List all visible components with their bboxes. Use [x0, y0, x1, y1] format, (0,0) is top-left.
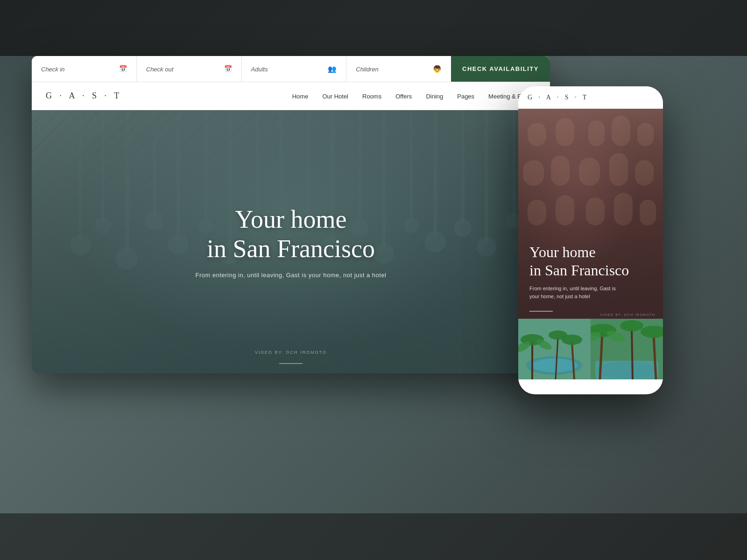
- bg-bottom-bar: [0, 513, 747, 560]
- svg-rect-52: [640, 200, 656, 225]
- svg-rect-26: [410, 110, 413, 222]
- svg-point-29: [424, 231, 446, 253]
- svg-rect-46: [609, 153, 628, 186]
- hero-title-line2: in San Francisco: [207, 235, 375, 263]
- video-credit: VIDEO BY: DCH IROMOTO: [255, 350, 327, 355]
- nav-link-rooms[interactable]: Rooms: [362, 93, 381, 100]
- check-out-field[interactable]: Check out 📅: [137, 56, 242, 82]
- svg-point-7: [145, 212, 164, 231]
- mobile-navbar: G · A · S · T: [518, 86, 663, 109]
- mobile-thumbnails: [518, 319, 663, 379]
- mobile-hero-content: Your home in San Francisco From entering…: [529, 243, 629, 300]
- check-in-label: Check in: [41, 66, 65, 73]
- svg-point-3: [95, 217, 112, 234]
- mobile-scroll-indicator: [529, 311, 553, 312]
- nav-item-our-hotel[interactable]: Our Hotel: [322, 92, 348, 100]
- svg-rect-48: [528, 200, 546, 225]
- nav-item-rooms[interactable]: Rooms: [362, 92, 381, 100]
- children-field[interactable]: Children 👦: [346, 56, 451, 82]
- hero-subtitle: From entering in, until leaving, Gast is…: [195, 272, 386, 279]
- mobile-thumb-2: [591, 319, 663, 379]
- nav-link-dining[interactable]: Dining: [426, 93, 443, 100]
- nav-item-pages[interactable]: Pages: [457, 92, 474, 100]
- mobile-subtitle-line1: From entering in, until leaving, Gast is: [529, 286, 616, 291]
- svg-rect-40: [588, 120, 605, 146]
- scroll-indicator: [279, 363, 303, 364]
- svg-rect-41: [612, 116, 630, 146]
- svg-point-72: [620, 320, 643, 331]
- check-out-calendar-icon: 📅: [224, 65, 232, 73]
- nav-link-our-hotel[interactable]: Our Hotel: [322, 93, 348, 100]
- svg-rect-8: [176, 110, 180, 241]
- check-out-label: Check out: [146, 66, 174, 73]
- check-in-calendar-icon: 📅: [119, 65, 127, 73]
- mobile-video-credit: VIDEO BY: DCH IROMOTO: [600, 313, 656, 316]
- svg-rect-4: [125, 110, 129, 255]
- mobile-title-line1: Your home: [529, 244, 596, 260]
- svg-rect-32: [485, 110, 488, 243]
- hero-title: Your home in San Francisco: [195, 205, 386, 263]
- svg-rect-44: [551, 155, 570, 186]
- svg-rect-66: [595, 361, 658, 379]
- svg-line-71: [632, 328, 633, 379]
- svg-rect-2: [102, 110, 105, 222]
- check-availability-button[interactable]: CHECK AVAILABILITY: [451, 56, 550, 82]
- svg-rect-18: [307, 110, 310, 217]
- desktop-navbar: G · A · S · T Home Our Hotel Rooms Offer…: [32, 82, 550, 110]
- svg-rect-51: [614, 193, 633, 225]
- svg-rect-43: [523, 160, 544, 186]
- children-label: Children: [356, 66, 378, 73]
- desktop-browser: Check in 📅 Check out 📅 Adults 👥 Children…: [32, 56, 550, 373]
- mobile-thumb-pool-img: [518, 319, 591, 379]
- nav-item-home[interactable]: Home: [292, 92, 309, 100]
- svg-point-1: [70, 235, 91, 256]
- svg-rect-6: [153, 110, 156, 217]
- svg-point-9: [168, 234, 189, 255]
- svg-rect-47: [635, 160, 654, 186]
- svg-point-27: [404, 218, 419, 233]
- mobile-subtitle-line2: your home, not just a hotel: [529, 294, 590, 299]
- nav-link-home[interactable]: Home: [292, 93, 309, 100]
- nav-links-list: Home Our Hotel Rooms Offers Dining Pages…: [292, 92, 536, 100]
- svg-point-33: [477, 237, 496, 257]
- svg-rect-28: [433, 110, 437, 238]
- nav-item-offers[interactable]: Offers: [395, 92, 412, 100]
- svg-rect-34: [513, 110, 515, 217]
- adults-field[interactable]: Adults 👥: [242, 56, 347, 82]
- nav-item-dining[interactable]: Dining: [426, 92, 443, 100]
- mobile-hero: Your home in San Francisco From entering…: [518, 109, 663, 319]
- adults-label: Adults: [251, 66, 268, 73]
- mobile-title-line2: in San Francisco: [529, 262, 629, 279]
- pool-scene-svg: [518, 319, 591, 379]
- svg-rect-49: [556, 195, 574, 225]
- hero-title-line1: Your home: [235, 205, 346, 233]
- svg-rect-30: [461, 110, 465, 224]
- svg-rect-38: [528, 123, 546, 146]
- mobile-thumb-palms-img: [591, 319, 663, 379]
- mobile-hero-title: Your home in San Francisco: [529, 243, 629, 279]
- desktop-nav: Home Our Hotel Rooms Offers Dining Pages…: [292, 92, 536, 100]
- mobile-brand-logo[interactable]: G · A · S · T: [528, 94, 589, 101]
- mobile-thumb-1: [518, 319, 591, 379]
- svg-rect-0: [78, 110, 82, 241]
- svg-point-63: [562, 335, 582, 345]
- check-in-field[interactable]: Check in 📅: [32, 56, 137, 82]
- children-person-icon: 👦: [433, 65, 442, 73]
- desktop-brand-logo[interactable]: G · A · S · T: [46, 91, 122, 101]
- svg-rect-42: [637, 123, 654, 146]
- svg-point-31: [454, 219, 472, 237]
- palms-scene-svg: [591, 319, 663, 379]
- nav-link-pages[interactable]: Pages: [457, 93, 474, 100]
- svg-point-5: [116, 247, 138, 270]
- hero-content: Your home in San Francisco From entering…: [195, 205, 386, 278]
- mobile-phone: G · A · S · T: [518, 86, 663, 394]
- nav-link-offers[interactable]: Offers: [395, 93, 412, 100]
- svg-rect-50: [586, 197, 605, 225]
- adults-person-icon: 👥: [328, 65, 337, 73]
- svg-point-55: [531, 358, 578, 372]
- svg-rect-39: [556, 118, 574, 146]
- svg-rect-45: [579, 158, 600, 186]
- mobile-hero-subtitle: From entering in, until leaving, Gast is…: [529, 285, 629, 300]
- desktop-hero: Your home in San Francisco From entering…: [32, 110, 550, 373]
- bg-top-bar: [0, 0, 747, 56]
